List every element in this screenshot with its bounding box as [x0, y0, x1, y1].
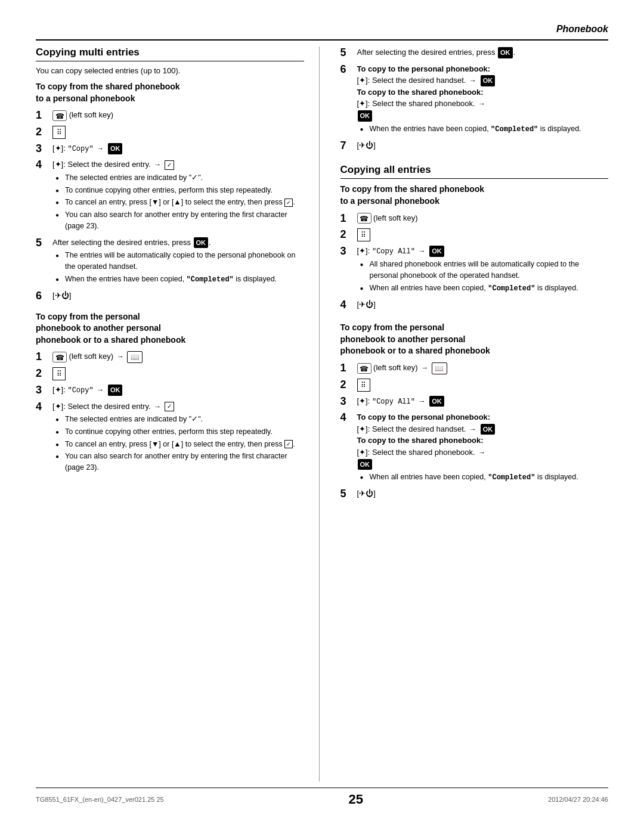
step-number: 2 [340, 379, 357, 392]
left-s1-step6: 6 [✈⏻] [36, 290, 304, 303]
check-icon: ✓ [165, 402, 174, 411]
intro-text: You can copy selected entries (up to 100… [36, 66, 304, 75]
menu-icon: ⠿ [357, 228, 370, 241]
step-number: 2 [36, 126, 52, 139]
step-content: ⠿ [52, 367, 304, 380]
left-s2-step3: 3 [✦]: "Copy" → OK [36, 384, 304, 397]
copy-personal-label: To copy to the personal phonebook: [357, 64, 491, 73]
ok-button-icon: OK [429, 246, 444, 257]
left-s1-step4: 4 [✦]: Select the desired entry. → ✓ The… [36, 159, 304, 232]
step-number: 4 [36, 401, 52, 414]
left-s1-step3: 3 [✦]: "Copy" → OK [36, 142, 304, 156]
all-s1-step2: 2 ⠿ [340, 228, 609, 241]
left-s2-step4: 4 [✦]: Select the desired entry. → ✓ The… [36, 401, 304, 475]
all-s1-step1: 1 ☎ (left soft key) [340, 212, 609, 225]
step-content: To copy to the personal phonebook: [✦]: … [357, 411, 609, 484]
left-s1-step5: 5 After selecting the desired entries, p… [36, 237, 304, 286]
bullet-item: All shared phonebook entries will be aut… [360, 259, 609, 281]
all-subsection2-heading: To copy from the personalphonebook to an… [340, 322, 609, 357]
step-number: 3 [340, 245, 357, 258]
step-content: After selecting the desired entries, pre… [52, 237, 304, 286]
bullet-item: To cancel an entry, press [▼] or [▲] to … [55, 439, 304, 450]
bullet-item: You can also search for another entry by… [55, 451, 304, 473]
copy-shared-label: To copy to the shared phonebook: [357, 436, 484, 445]
menu-icon: ⠿ [52, 126, 66, 139]
content-area: Copying multi entries You can copy selec… [36, 46, 608, 782]
copy-personal-label: To copy to the personal phonebook: [357, 413, 491, 421]
menu-icon: ⠿ [357, 379, 370, 392]
step-content: ☎ (left soft key) [357, 212, 609, 224]
bullet-item: To cancel an entry, press [▼] or [▲] to … [55, 197, 304, 208]
left-s2-step2: 2 ⠿ [36, 367, 304, 380]
step-number: 3 [340, 395, 357, 408]
step-content: ☎ (left soft key) [52, 109, 304, 121]
all-s2-step3: 3 [✦]: "Copy All" → OK [340, 395, 609, 408]
right-cont-step5: 5 After selecting the desired entries, p… [340, 46, 609, 60]
step-number: 2 [340, 228, 357, 241]
ok-button-icon: OK [429, 396, 444, 407]
nav-icon: [✦] [52, 160, 63, 169]
left-s1-step2: 2 ⠿ [36, 126, 304, 139]
phone-icon: ☎ [357, 363, 371, 374]
ok-button-icon: OK [108, 385, 123, 396]
step-content: [✦]: "Copy All" → OK All shared phoneboo… [357, 245, 609, 295]
step-content: After selecting the desired entries, pre… [357, 46, 609, 58]
section-title-all: Copying all entries [340, 164, 609, 179]
bullet-item: When all entries have been copied, "Comp… [360, 472, 609, 483]
bullet-item: To continue copying other entries, perfo… [55, 185, 304, 196]
step-content: [✈⏻] [357, 488, 609, 500]
step-content: [✦]: "Copy" → OK [52, 384, 304, 396]
step-number: 6 [340, 63, 357, 76]
page-title: Phonebook [556, 24, 608, 34]
step-number: 4 [340, 411, 357, 424]
bullet-item: The selected entries are indicated by "✓… [55, 172, 304, 184]
step-number: 5 [340, 46, 357, 60]
subsection1-heading: To copy from the shared phonebookto a pe… [36, 81, 304, 104]
all-s2-step2: 2 ⠿ [340, 379, 609, 392]
step-number: 7 [340, 140, 357, 153]
ok-button-icon: OK [481, 424, 496, 435]
step-number: 6 [36, 290, 52, 303]
all-s2-step1: 1 ☎ (left soft key) → 📖 [340, 362, 609, 375]
copy-shared-label: To copy to the shared phonebook: [357, 88, 484, 97]
page-number: 25 [349, 792, 363, 807]
step-content: To copy to the personal phonebook: [✦]: … [357, 63, 609, 136]
all-s1-step4: 4 [✈⏻] [340, 299, 609, 312]
bullet-item: When the entries have been copied, "Comp… [360, 123, 609, 135]
phone-icon: ☎ [52, 352, 67, 362]
step-text: (left soft key) [69, 110, 113, 119]
step-content: [✈⏻] [357, 299, 609, 311]
step-number: 1 [36, 351, 52, 364]
step-content: [✈⏻] [357, 140, 609, 151]
check-icon: ✓ [165, 160, 174, 170]
phone-icon: ☎ [357, 213, 371, 224]
step-content: ⠿ [357, 228, 609, 241]
step-number: 3 [36, 142, 52, 156]
all-s2-step5: 5 [✈⏻] [340, 488, 609, 501]
step4-bullets: The selected entries are indicated by "✓… [55, 172, 304, 232]
ok-button-icon: OK [358, 110, 373, 122]
phone-icon: ☎ [52, 110, 67, 121]
bullet-item: You can also search for another entry by… [55, 209, 304, 232]
bullet-item: The entries will be automatically copied… [55, 250, 304, 272]
menu-icon: ⠿ [52, 367, 66, 380]
step-content: [✦]: Select the desired entry. → ✓ The s… [52, 159, 304, 232]
all-s2-step4: 4 To copy to the personal phonebook: [✦]… [340, 411, 609, 484]
all-s1-step3-bullets: All shared phonebook entries will be aut… [360, 259, 609, 294]
all-s1-step3: 3 [✦]: "Copy All" → OK All shared phoneb… [340, 245, 609, 295]
nav-icon: [✦] [52, 144, 63, 153]
step-number: 2 [36, 367, 52, 380]
right-cont-step6: 6 To copy to the personal phonebook: [✦]… [340, 63, 609, 136]
step-content: [✦]: "Copy All" → OK [357, 395, 609, 407]
step6-bullets: When the entries have been copied, "Comp… [360, 123, 609, 135]
all-s2-step4-bullets: When all entries have been copied, "Comp… [360, 472, 609, 483]
step-content: [✦]: "Copy" → OK [52, 142, 304, 154]
ok-button-icon: OK [358, 459, 373, 470]
ok-button-icon: OK [108, 143, 123, 154]
section-title-multi: Copying multi entries [36, 46, 304, 61]
step-number: 1 [340, 362, 357, 375]
step-content: ⠿ [357, 379, 609, 392]
subsection2-heading: To copy from the personalphonebook to an… [36, 311, 304, 346]
phonebook-icon: 📖 [432, 362, 447, 374]
copying-all-entries-section: Copying all entries To copy from the sha… [340, 164, 609, 501]
